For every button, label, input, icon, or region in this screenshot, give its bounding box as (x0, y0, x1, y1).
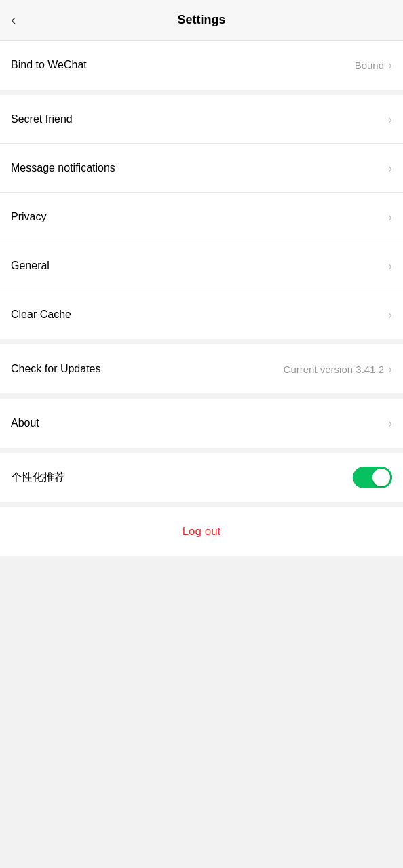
section-personalized: 个性化推荐 (0, 453, 403, 502)
toggle-knob (372, 469, 390, 486)
row-personalized[interactable]: 个性化推荐 (0, 453, 403, 502)
chevron-icon: › (388, 309, 392, 321)
row-general[interactable]: General › (0, 241, 403, 290)
chevron-icon: › (388, 417, 392, 429)
row-privacy[interactable]: Privacy › (0, 193, 403, 241)
chevron-icon: › (388, 162, 392, 174)
clear-cache-right: › (388, 309, 392, 321)
general-label: General (11, 260, 50, 272)
personalized-toggle[interactable] (353, 467, 392, 488)
page-title: Settings (177, 13, 225, 27)
chevron-icon: › (388, 363, 392, 375)
back-button[interactable]: ‹ (11, 12, 16, 29)
message-notifications-label: Message notifications (11, 162, 115, 174)
chevron-icon: › (388, 113, 392, 125)
bind-wechat-right: Bound › (355, 59, 392, 71)
secret-friend-label: Secret friend (11, 113, 73, 125)
row-message-notifications[interactable]: Message notifications › (0, 144, 403, 193)
row-clear-cache[interactable]: Clear Cache › (0, 290, 403, 339)
back-icon: ‹ (11, 12, 16, 29)
bind-wechat-label: Bind to WeChat (11, 59, 87, 71)
about-label: About (11, 417, 39, 429)
bind-wechat-value: Bound (355, 60, 384, 71)
personalized-label: 个性化推荐 (11, 471, 65, 485)
logout-button[interactable]: Log out (183, 525, 221, 538)
message-notifications-right: › (388, 162, 392, 174)
logout-section[interactable]: Log out (0, 507, 403, 556)
check-updates-right: Current version 3.41.2 › (284, 363, 392, 375)
check-updates-label: Check for Updates (11, 363, 101, 375)
chevron-icon: › (388, 260, 392, 272)
chevron-icon: › (388, 59, 392, 71)
header: ‹ Settings (0, 0, 403, 41)
bottom-filler (0, 556, 403, 719)
row-about[interactable]: About › (0, 399, 403, 448)
clear-cache-label: Clear Cache (11, 309, 71, 321)
section-about: About › (0, 399, 403, 448)
row-bind-wechat[interactable]: Bind to WeChat Bound › (0, 41, 403, 90)
privacy-label: Privacy (11, 211, 46, 223)
check-updates-value: Current version 3.41.2 (284, 363, 384, 375)
section-bind: Bind to WeChat Bound › (0, 41, 403, 90)
about-right: › (388, 417, 392, 429)
row-secret-friend[interactable]: Secret friend › (0, 95, 403, 144)
personalized-right (353, 467, 392, 488)
privacy-right: › (388, 211, 392, 223)
secret-friend-right: › (388, 113, 392, 125)
chevron-icon: › (388, 211, 392, 223)
general-right: › (388, 260, 392, 272)
section-updates: Check for Updates Current version 3.41.2… (0, 344, 403, 393)
row-check-updates[interactable]: Check for Updates Current version 3.41.2… (0, 344, 403, 393)
section-main: Secret friend › Message notifications › … (0, 95, 403, 339)
